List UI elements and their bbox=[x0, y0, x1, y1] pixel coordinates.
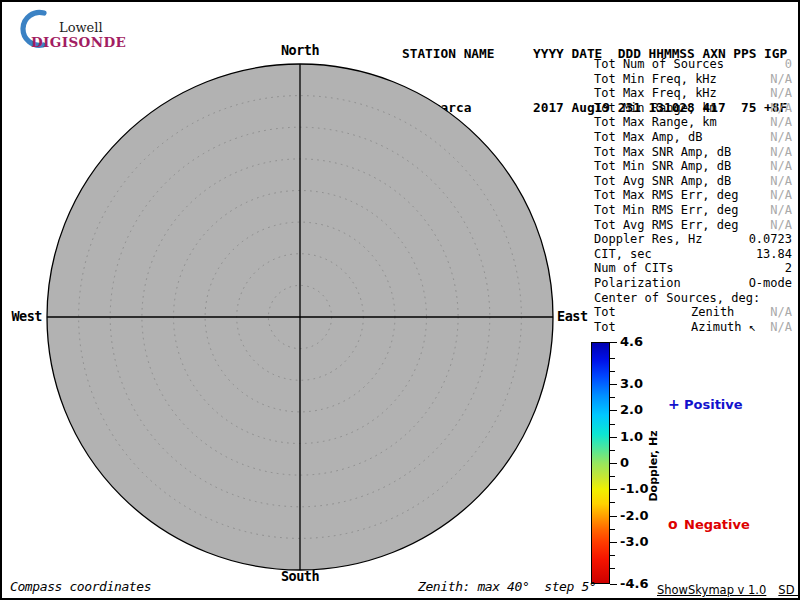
colorbar-minor-tick bbox=[610, 529, 615, 530]
colorbar-tick bbox=[610, 437, 617, 438]
stat-label: Tot Num of Sources bbox=[594, 57, 724, 72]
colorbar-minor-tick bbox=[610, 555, 615, 556]
stat-label: Tot Max RMS Err, deg bbox=[594, 188, 739, 203]
compass-label-north: North bbox=[260, 42, 340, 58]
zenith-range-label: Zenith: max 40° step 5° bbox=[418, 579, 596, 594]
stat-value: N/A bbox=[770, 320, 792, 335]
stat-value: N/A bbox=[770, 86, 792, 101]
stat-value: O-mode bbox=[749, 276, 792, 291]
stat-value: N/A bbox=[770, 174, 792, 189]
stat-mid-label: Zenith bbox=[691, 305, 734, 320]
compass-label-south: South bbox=[260, 568, 340, 584]
stats-row: CIT, sec13.84 bbox=[594, 247, 792, 262]
colorbar-minor-tick bbox=[610, 397, 615, 398]
stat-label: Tot Max Freq, kHz bbox=[594, 86, 717, 101]
stats-row: Tot Avg RMS Err, degN/A bbox=[594, 218, 792, 233]
legend-positive-label: Positive bbox=[684, 397, 743, 412]
stat-label: Tot Max Amp, dB bbox=[594, 130, 702, 145]
colorbar-minor-tick bbox=[610, 502, 615, 503]
stats-row: Tot Min Range, kmN/A bbox=[594, 101, 792, 116]
stat-value: N/A bbox=[770, 101, 792, 116]
stat-value: 0 bbox=[785, 57, 792, 72]
colorbar-tick bbox=[610, 542, 617, 543]
stat-value: N/A bbox=[770, 203, 792, 218]
stat-label: Tot Min SNR Amp, dB bbox=[594, 159, 731, 174]
stats-row: Tot Max Amp, dBN/A bbox=[594, 130, 792, 145]
colorbar-minor-tick bbox=[610, 450, 615, 451]
coordinates-mode-label: Compass coordinates bbox=[10, 579, 151, 594]
colorbar-tick-label: 0 bbox=[620, 456, 629, 470]
skymap-plot bbox=[22, 39, 578, 595]
stats-panel: Tot Num of Sources0Tot Min Freq, kHzN/AT… bbox=[594, 57, 792, 334]
stats-row: TotAzimuth ↖N/A bbox=[594, 320, 792, 335]
colorbar-tick-label: -2.0 bbox=[620, 509, 648, 523]
colorbar-gradient bbox=[591, 342, 610, 584]
stat-value: N/A bbox=[770, 115, 792, 130]
colorbar-minor-tick bbox=[610, 424, 615, 425]
colorbar-tick-label: -3.0 bbox=[620, 535, 648, 549]
colorbar-minor-tick bbox=[610, 358, 615, 359]
stat-label: Doppler Res, Hz bbox=[594, 232, 702, 247]
stat-value: N/A bbox=[770, 72, 792, 87]
version-label: ShowSkymap v 1.0SD v 4.2 bbox=[657, 583, 800, 597]
colorbar-tick bbox=[610, 489, 617, 490]
stat-value: 2 bbox=[785, 261, 792, 276]
stat-label: Tot Avg RMS Err, deg bbox=[594, 218, 739, 233]
stat-label: Tot bbox=[594, 320, 616, 335]
stat-label: Tot bbox=[594, 305, 616, 320]
stat-value: 0.0723 bbox=[749, 232, 792, 247]
colorbar-tick bbox=[610, 384, 617, 385]
colorbar-minor-tick bbox=[610, 371, 615, 372]
compass-label-east: East bbox=[557, 308, 588, 324]
stat-mid-label: Azimuth ↖ bbox=[691, 320, 756, 335]
stats-row: Doppler Res, Hz0.0723 bbox=[594, 232, 792, 247]
stats-row: Tot Avg SNR Amp, dBN/A bbox=[594, 174, 792, 189]
stat-value: N/A bbox=[770, 305, 792, 320]
stat-label: Tot Min Freq, kHz bbox=[594, 72, 717, 87]
legend-positive: +Positive bbox=[668, 396, 743, 412]
stat-value: N/A bbox=[770, 218, 792, 233]
legend-negative-label: Negative bbox=[684, 517, 750, 532]
stat-label: Tot Min Range, km bbox=[594, 101, 717, 116]
showskymap-window: Lowell DIGISONDE STATION NAME YYYY DATE … bbox=[0, 0, 800, 600]
colorbar-title: Doppler, Hz bbox=[647, 430, 660, 501]
colorbar-minor-tick bbox=[610, 568, 615, 569]
stat-value: N/A bbox=[770, 145, 792, 160]
stat-label: Tot Max SNR Amp, dB bbox=[594, 145, 731, 160]
stat-label: Tot Avg SNR Amp, dB bbox=[594, 174, 731, 189]
plus-marker-icon: + bbox=[668, 396, 684, 412]
colorbar-tick bbox=[610, 584, 617, 585]
colorbar-ticks: 4.63.02.01.00-1.0-2.0-3.0-4.6 bbox=[610, 342, 670, 584]
stats-row: Tot Min Freq, kHzN/A bbox=[594, 72, 792, 87]
stats-row: Tot Max Range, kmN/A bbox=[594, 115, 792, 130]
compass-label-west: West bbox=[2, 308, 42, 324]
colorbar-tick-label: -4.6 bbox=[620, 577, 648, 591]
stats-row: PolarizationO-mode bbox=[594, 276, 792, 291]
stats-row: Tot Max SNR Amp, dBN/A bbox=[594, 145, 792, 160]
colorbar-minor-tick bbox=[610, 476, 615, 477]
stat-value: N/A bbox=[770, 130, 792, 145]
stat-value: N/A bbox=[770, 159, 792, 174]
stat-label: CIT, sec bbox=[594, 247, 652, 262]
stats-row: Tot Min RMS Err, degN/A bbox=[594, 203, 792, 218]
stat-label: Polarization bbox=[594, 276, 681, 291]
colorbar-tick-label: 4.6 bbox=[620, 335, 643, 349]
stats-row: Tot Max Freq, kHzN/A bbox=[594, 86, 792, 101]
sd-version: SD v 4.2 bbox=[778, 583, 800, 597]
stat-label: Num of CITs bbox=[594, 261, 673, 276]
stats-row: Tot Num of Sources0 bbox=[594, 57, 792, 72]
stats-row: Tot Max RMS Err, degN/A bbox=[594, 188, 792, 203]
stats-row: Tot Min SNR Amp, dBN/A bbox=[594, 159, 792, 174]
circle-marker-icon: o bbox=[668, 516, 684, 532]
colorbar-tick-label: 3.0 bbox=[620, 377, 643, 391]
logo-lowell-text: Lowell bbox=[59, 20, 103, 35]
stat-label: Tot Min RMS Err, deg bbox=[594, 203, 739, 218]
stat-label: Tot Max Range, km bbox=[594, 115, 717, 130]
stat-value: N/A bbox=[770, 188, 792, 203]
legend-negative: oNegative bbox=[668, 516, 750, 532]
stats-row: Num of CITs2 bbox=[594, 261, 792, 276]
stat-label: Center of Sources, deg: bbox=[594, 291, 760, 306]
stats-row: Center of Sources, deg: bbox=[594, 291, 792, 306]
stat-value: 13.84 bbox=[756, 247, 792, 262]
colorbar-tick-label: -1.0 bbox=[620, 482, 648, 496]
